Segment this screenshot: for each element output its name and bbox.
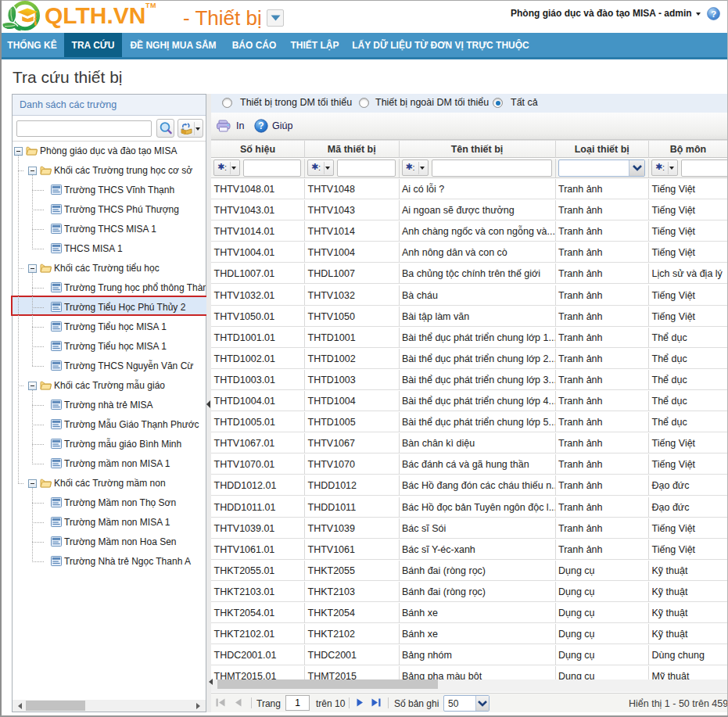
svg-text:?: ? bbox=[711, 9, 716, 20]
svg-text:?: ? bbox=[258, 120, 264, 131]
